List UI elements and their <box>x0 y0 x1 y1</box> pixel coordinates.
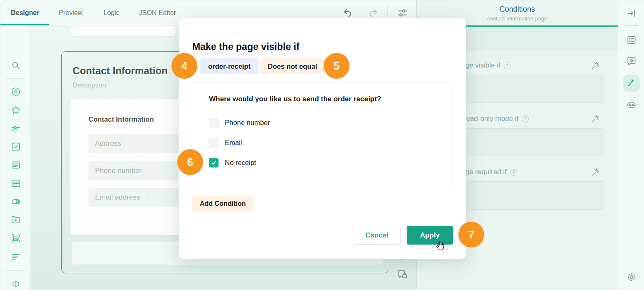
toolbox-divider <box>6 78 25 79</box>
checkbox-checked-icon[interactable] <box>209 158 219 168</box>
option-email[interactable]: Email <box>209 138 242 148</box>
operator-chip[interactable]: Does not equal <box>260 58 325 74</box>
help-icon[interactable]: ? <box>510 169 517 176</box>
page-title: Contact Information <box>73 65 168 77</box>
visible-if-dialog: Make the page visible if order-receipt D… <box>179 18 466 259</box>
apply-button[interactable]: Apply <box>407 226 453 245</box>
checkbox-unchecked-icon[interactable] <box>209 118 219 128</box>
fast-entry-icon[interactable] <box>591 168 600 177</box>
cancel-button[interactable]: Cancel <box>353 226 401 245</box>
annotation-step-7: 7 <box>458 222 484 248</box>
dropdown-icon[interactable] <box>10 124 21 135</box>
rating-star-icon[interactable] <box>10 105 21 115</box>
comment-icon[interactable] <box>10 251 21 262</box>
multi-panel-icon[interactable] <box>10 178 21 189</box>
adjust-settings-icon[interactable] <box>397 7 408 19</box>
help-icon[interactable]: ? <box>504 62 511 69</box>
option-no-receipt[interactable]: No receipt <box>209 158 256 168</box>
right-icon-rail <box>618 0 644 290</box>
address-placeholder: Address <box>95 140 121 148</box>
chat-lock-icon[interactable] <box>396 269 408 280</box>
annotation-step-4: 4 <box>171 53 197 79</box>
panel-title: Contact Information <box>88 115 154 123</box>
help-icon[interactable]: ? <box>522 115 529 122</box>
tab-designer[interactable]: Designer <box>11 0 39 25</box>
undo-icon[interactable] <box>342 7 353 19</box>
settings-gear-icon[interactable] <box>626 272 637 282</box>
conditions-icon[interactable] <box>626 78 637 89</box>
add-condition-button[interactable]: Add Condition <box>192 196 254 212</box>
phone-placeholder: Phone number <box>95 167 142 175</box>
chat-settings-icon[interactable] <box>626 56 637 67</box>
collapse-panel-icon[interactable] <box>626 8 637 19</box>
panel-header-title: Conditions <box>417 5 618 14</box>
condition-value-box: Where would you like us to send the orde… <box>192 82 453 188</box>
rail-divider <box>625 25 638 26</box>
form-settings-icon[interactable] <box>626 35 637 45</box>
tab-preview[interactable]: Preview <box>59 0 83 25</box>
page-description: Description <box>73 82 106 89</box>
dialog-title: Make the page visible if <box>192 41 299 52</box>
fast-entry-icon[interactable] <box>591 114 600 123</box>
checkbox-icon[interactable] <box>10 141 21 152</box>
file-upload-icon[interactable] <box>10 215 21 225</box>
preview-eyes-icon[interactable] <box>626 100 637 110</box>
panel-icon[interactable] <box>10 160 21 170</box>
checkbox-unchecked-icon[interactable] <box>209 138 219 148</box>
radiogroup-icon[interactable] <box>10 86 21 97</box>
question-title: Where would you like us to send the orde… <box>209 95 381 103</box>
toolbox-sidebar <box>0 25 31 290</box>
search-icon[interactable] <box>10 60 21 71</box>
hand-cursor-icon <box>435 240 446 251</box>
toolbox-divider-2 <box>6 270 25 271</box>
option-phone-number[interactable]: Phone number <box>209 118 270 128</box>
previous-card-edge[interactable] <box>71 26 176 36</box>
survey-creator-app: Designer Preview Logic JSON Editor <box>0 0 644 290</box>
fast-entry-icon[interactable] <box>591 61 600 70</box>
text-entry-icon[interactable] <box>10 278 21 289</box>
boolean-toggle-icon[interactable] <box>10 196 21 207</box>
email-placeholder: Email address <box>95 193 140 202</box>
tab-logic[interactable]: Logic <box>103 0 119 25</box>
image-picker-icon[interactable] <box>10 233 21 244</box>
question-chip[interactable]: order-receipt <box>200 58 259 74</box>
field-caret <box>127 138 127 150</box>
toolbar-divider <box>387 6 388 20</box>
annotation-step-5: 5 <box>324 53 350 79</box>
redo-icon[interactable] <box>367 7 379 19</box>
field-caret <box>146 192 146 203</box>
tab-json-editor[interactable]: JSON Editor <box>139 0 176 25</box>
annotation-step-6: 6 <box>177 149 203 175</box>
field-caret <box>148 165 148 177</box>
